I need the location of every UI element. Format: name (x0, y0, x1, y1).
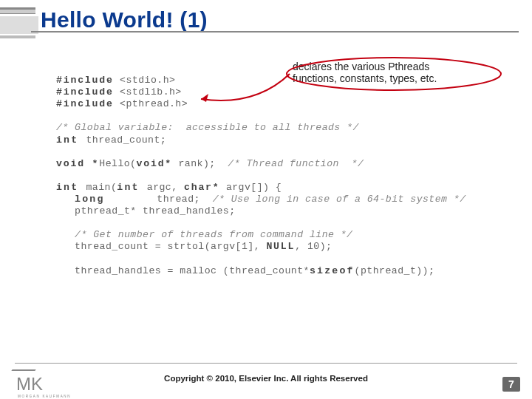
copyright-text: Copyright © 2010, Elsevier Inc. All righ… (0, 374, 532, 383)
code-comment: /* Thread function */ (228, 158, 364, 169)
code-block: #include <stdio.h> #include <stdlib.h> #… (56, 63, 510, 289)
code-comment: /* Use long in case of a 64-bit system *… (213, 194, 466, 205)
code-text: argv[]) { (220, 182, 282, 193)
kw: void* (136, 158, 172, 169)
code-text: (pthread_t)); (355, 265, 435, 276)
kw: #include (56, 86, 114, 98)
page-title: Hello World! (1) (41, 7, 208, 33)
kw: NULL (266, 241, 295, 252)
code-text: <stdio.h> (114, 75, 176, 86)
kw: long (75, 194, 157, 205)
code-comment: /* Get number of threads from command li… (75, 229, 352, 240)
title-band: Hello World! (1) (0, 7, 532, 37)
code-text: pthread_t* thread_handles; (56, 205, 236, 216)
title-decor-icon (0, 35, 35, 38)
kw: #include (56, 98, 114, 109)
kw: int (56, 134, 86, 146)
kw: sizeof (310, 265, 355, 276)
title-decor-icon (0, 9, 35, 14)
kw: int (56, 182, 86, 193)
code-text: rank); (172, 158, 228, 169)
code-text: main( (86, 182, 117, 193)
code-comment: /* Global variable: accessible to all th… (56, 122, 359, 133)
code-text: thread_handles = malloc (thread_count* (56, 265, 310, 276)
kw: char* (184, 182, 220, 193)
logo-subtext: MORGAN KAUFMANN (18, 395, 71, 398)
kw: int (117, 182, 146, 193)
code-text: thread_count; (86, 134, 166, 146)
code-text: , 10); (295, 241, 332, 252)
code-text: Hello( (99, 158, 136, 169)
code-text: <stdlib.h> (114, 86, 182, 98)
divider (15, 363, 517, 364)
kw: void * (56, 158, 99, 169)
code-text: thread_count = strtol(argv[1], (56, 241, 266, 252)
divider (31, 31, 519, 33)
slide: Hello World! (1) declares the various Pt… (0, 0, 532, 399)
kw: #include (56, 75, 114, 86)
page-number: 7 (502, 377, 520, 392)
code-text: argc, (147, 182, 184, 193)
code-text: <pthread.h> (114, 98, 188, 109)
code-text: thread; (157, 194, 212, 205)
